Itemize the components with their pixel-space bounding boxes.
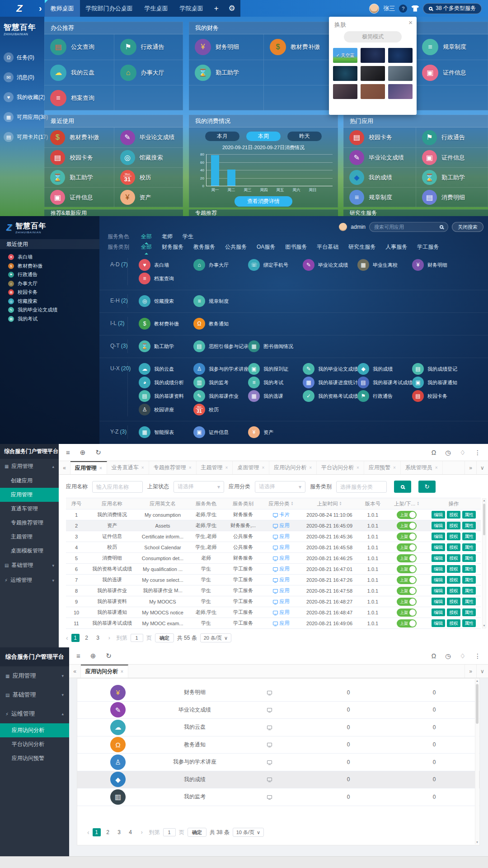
desktop-tab[interactable]: 教师桌面 [45, 0, 80, 17]
app-item[interactable]: Mon31校历 [114, 167, 183, 187]
tab-close-icon[interactable]: × [262, 465, 264, 470]
avatar[interactable] [339, 223, 347, 231]
app-item[interactable]: ✎我的毕业论文成绩 [303, 362, 357, 376]
app-item[interactable]: ☁我的云盘 [139, 362, 193, 376]
app-item[interactable]: ▤公文查询 [44, 34, 114, 60]
help-icon[interactable]: ? [399, 5, 407, 13]
add-desktop-button[interactable]: + [209, 0, 224, 17]
recent-app-item[interactable]: ▤我的考试 [8, 315, 99, 324]
app-item[interactable]: ⌂办事大厅 [193, 258, 248, 272]
page-input[interactable]: 1 [163, 828, 176, 836]
category-link[interactable]: 应用 [262, 566, 300, 572]
app-item[interactable]: ▤校园卡务 [343, 127, 416, 147]
编辑-button[interactable]: 编辑 [432, 598, 445, 605]
tabs-scroll-left-icon[interactable]: « [59, 461, 70, 474]
publish-toggle[interactable]: 上架 [397, 598, 417, 606]
close-icon[interactable]: × [408, 19, 413, 26]
app-item[interactable]: ▣证件信息 [44, 187, 114, 207]
category-option[interactable]: 平台基础 [317, 243, 338, 251]
page-size-select[interactable]: 10 条/页∨ [233, 828, 264, 837]
menu-icon[interactable]: ≡ [76, 652, 80, 660]
app-item[interactable]: ≡我的考试 [248, 376, 303, 389]
tabs-dropdown-icon[interactable]: ∨ [476, 461, 488, 474]
notification-bell-icon[interactable]: Ω [432, 449, 436, 456]
analysis-row[interactable]: ¥财务明细00 [77, 684, 479, 702]
view-tab[interactable]: 应用访问分析× [269, 461, 317, 474]
table-row[interactable]: 11我的慕课考试成绩My MOOC exam...学生学工服务应用2020-08… [66, 618, 481, 629]
编辑-button[interactable]: 编辑 [432, 576, 445, 584]
chevron-right-icon[interactable]: › [39, 3, 42, 14]
app-item[interactable]: ▣证件信息 [416, 60, 488, 85]
sidebar-menu-item[interactable]: 主题管理 [0, 530, 59, 544]
授权-button[interactable]: 授权 [447, 576, 460, 584]
recent-app-item[interactable]: ▤校园卡务 [8, 288, 99, 297]
tab-close-icon[interactable]: × [225, 465, 228, 470]
app-item[interactable]: ⌛勤工助学 [189, 60, 263, 85]
tab-close-icon[interactable]: × [435, 465, 438, 470]
publish-toggle[interactable]: 上架 [397, 533, 417, 541]
desktop-tab[interactable]: 学生桌面 [139, 0, 174, 17]
desktop-tab[interactable]: 学院桌面 [174, 0, 209, 17]
analysis-row[interactable]: ◆我的成绩00 [77, 771, 479, 789]
app-item[interactable]: ✎我的慕课作业 [193, 389, 248, 403]
app-item[interactable]: ⌛勤工助学 [44, 167, 114, 187]
publish-toggle[interactable]: 上架 [397, 609, 417, 617]
app-item[interactable]: ⌛勤工助学 [416, 167, 488, 187]
app-name-input[interactable] [92, 481, 143, 493]
table-row[interactable]: 2资产Assets老师,学生财务服务,...应用2020-08-21 16:45… [66, 520, 481, 531]
refresh-icon[interactable]: ↻ [106, 652, 112, 660]
授权-button[interactable]: 授权 [447, 598, 460, 605]
属性-button[interactable]: 属性 [462, 565, 476, 573]
username[interactable]: admin [351, 224, 366, 230]
role-option[interactable]: 学生 [183, 233, 193, 241]
category-link[interactable]: 应用 [262, 576, 300, 583]
view-consumption-button[interactable]: 查看消费详情 [235, 196, 292, 207]
app-item[interactable]: ▣证件信息 [416, 147, 488, 167]
app-item[interactable]: ◆我的成绩 [357, 362, 412, 376]
app-item[interactable]: ⌛勤工助学 [139, 340, 193, 353]
属性-button[interactable]: 属性 [462, 511, 476, 519]
app-item[interactable]: ¥财务明细 [189, 34, 263, 60]
编辑-button[interactable]: 编辑 [432, 511, 445, 519]
table-row[interactable]: 5消费明细Consumption det...老师财务服务应用2020-08-2… [66, 553, 481, 564]
属性-button[interactable]: 属性 [462, 598, 476, 605]
sidebar-item[interactable]: Ω任务(0) [0, 47, 44, 67]
授权-button[interactable]: 授权 [447, 533, 460, 540]
属性-button[interactable]: 属性 [462, 522, 476, 529]
role-option[interactable]: 老师 [162, 233, 173, 241]
授权-button[interactable]: 授权 [447, 609, 460, 616]
menu-icon[interactable]: ≡ [66, 448, 70, 456]
sidebar-menu-parent[interactable]: ⚡运维管理▴ [0, 704, 69, 723]
service-input[interactable] [336, 481, 387, 493]
编辑-button[interactable]: 编辑 [432, 533, 445, 540]
编辑-button[interactable]: 编辑 [432, 554, 445, 562]
app-item[interactable]: $教材费补缴 [44, 127, 114, 147]
属性-button[interactable]: 属性 [462, 619, 476, 627]
recent-app-item[interactable]: $教材费补缴 [8, 262, 99, 271]
sidebar-menu-item[interactable]: 创建应用 [0, 474, 59, 488]
app-item[interactable]: ¥资产 [248, 425, 303, 439]
service-search-pill[interactable]: 38 个多类型服务 [423, 3, 482, 14]
view-tab[interactable]: 专题推荐管理× [149, 461, 197, 474]
skin-thumbnail[interactable] [361, 84, 385, 99]
sort-icon[interactable]: ▲▼ [339, 501, 342, 506]
search-button[interactable] [394, 481, 411, 493]
app-item[interactable]: ♥表白墙 [139, 258, 193, 272]
page-number[interactable]: 1 [71, 634, 80, 642]
app-item[interactable]: ✎毕业论文成绩 [114, 127, 183, 147]
sidebar-item[interactable]: ♥我的收藏(2) [0, 87, 44, 107]
publish-toggle[interactable]: 上架 [397, 619, 417, 627]
minimal-mode-button[interactable]: 极简模式 [344, 31, 402, 42]
skin-thumbnail[interactable] [361, 48, 385, 63]
app-item[interactable]: ✓我的资格考试成绩 [303, 389, 357, 403]
more-menu-icon[interactable]: ⋮ [474, 449, 481, 456]
app-item[interactable]: ♙校园讲座 [139, 403, 193, 416]
app-item[interactable]: ¥资产 [114, 187, 183, 207]
view-tab[interactable]: 应用访问分析× [81, 665, 128, 678]
analysis-row[interactable]: ☁我的云盘00 [77, 719, 479, 736]
category-link[interactable]: 应用 [262, 620, 300, 627]
sort-icon[interactable]: ▲▼ [291, 501, 294, 506]
recent-app-item[interactable]: ⚑行政通告 [8, 270, 99, 279]
tabs-dropdown-icon[interactable]: ∨ [476, 665, 488, 678]
table-row[interactable]: 6我的资格考试成绩My qualification ...学生学工服务应用202… [66, 564, 481, 575]
